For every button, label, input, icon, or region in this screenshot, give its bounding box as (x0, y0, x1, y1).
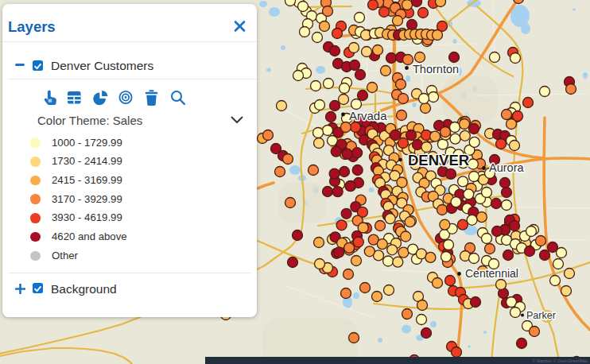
svg-text:Centennial: Centennial (465, 267, 518, 280)
svg-text:Thornton: Thornton (413, 63, 459, 76)
svg-text:Parker: Parker (526, 310, 556, 321)
svg-text:Arvada: Arvada (349, 109, 387, 122)
svg-text:DENVER: DENVER (408, 152, 469, 168)
svg-text:Aurora: Aurora (489, 161, 524, 174)
